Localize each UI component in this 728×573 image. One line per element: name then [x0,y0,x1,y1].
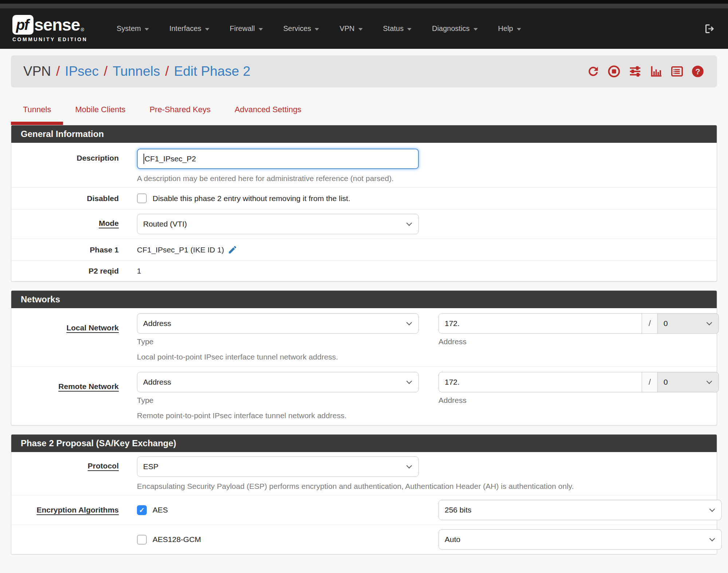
breadcrumb-separator: / [165,64,169,79]
help-icon[interactable]: ? [691,64,705,78]
nav-menu: System Interfaces Firewall Services VPN … [106,24,531,33]
nav-item-services[interactable]: Services [273,24,330,33]
top-navbar: pf sense ® COMMUNITY EDITION System Inte… [0,8,728,49]
aes128gcm-bits-select[interactable]: Auto [438,529,722,550]
p2reqid-label: P2 reqid [11,267,137,275]
nav-item-diagnostics[interactable]: Diagnostics [422,24,488,33]
networks-header: Networks [11,291,717,308]
logout-button[interactable] [704,23,716,35]
nav-item-help[interactable]: Help [488,24,531,33]
chevron-down-icon [315,28,319,31]
breadcrumb-actions: ? [586,64,705,78]
encryption-aes128gcm-row: AES128-GCM Auto [11,525,717,554]
svg-text:?: ? [695,67,700,76]
remote-network-help: Remote point-to-point IPsec interface tu… [137,411,719,420]
protocol-row: Protocol ESP Encapsulating Security Payl… [11,452,717,495]
disabled-checkbox[interactable] [137,193,147,203]
breadcrumb-edit-phase2-link[interactable]: Edit Phase 2 [174,64,251,79]
breadcrumb: VPN / IPsec / Tunnels / Edit Phase 2 [11,55,717,87]
remote-network-label: Remote Network [11,372,137,420]
p2reqid-value: 1 [137,267,141,275]
description-row: Description CF1_IPsec_P2 A description m… [11,143,717,188]
mode-row: Mode Routed (VTI) [11,209,717,239]
page-tabs: Tunnels Mobile Clients Pre-Shared Keys A… [11,105,717,125]
local-network-address-input[interactable]: 172. [438,313,642,334]
slash-separator: / [642,313,658,334]
edit-phase1-button[interactable] [228,245,237,255]
chevron-down-icon [707,378,712,384]
encryption-aes-row: Encryption Algorithms AES 256 bits [11,495,717,525]
protocol-help: Encapsulating Security Payload (ESP) per… [137,482,706,491]
aes-checkbox[interactable] [137,505,147,515]
nav-item-firewall[interactable]: Firewall [220,24,273,33]
window-title-strip [0,4,728,8]
breadcrumb-separator: / [104,64,107,79]
local-network-type-select[interactable]: Address [137,313,419,334]
remote-address-caption: Address [438,396,719,405]
text-caret [143,154,144,164]
phase1-row: Phase 1 CF1_IPsec_P1 (IKE ID 1) [11,239,717,261]
registered-mark: ® [80,27,84,32]
slash-separator: / [642,372,658,392]
tab-tunnels[interactable]: Tunnels [11,105,63,125]
pfsense-logo[interactable]: pf sense ® COMMUNITY EDITION [12,15,87,42]
mode-select[interactable]: Routed (VTI) [137,214,419,234]
chevron-down-icon [406,319,412,325]
general-information-header: General Information [11,125,717,143]
pf-logo-box: pf [12,15,34,35]
local-address-caption: Address [438,337,719,346]
chevron-down-icon [709,506,715,512]
community-edition-label: COMMUNITY EDITION [12,36,87,42]
disabled-row: Disabled Disable this phase 2 entry with… [11,188,717,209]
nav-item-interfaces[interactable]: Interfaces [159,24,220,33]
phase1-label: Phase 1 [11,246,137,254]
nav-item-status[interactable]: Status [373,24,422,33]
chevron-down-icon [709,535,715,541]
chevron-down-icon [406,463,412,468]
nav-item-vpn[interactable]: VPN [329,24,373,33]
protocol-select[interactable]: ESP [137,456,419,477]
remote-network-address-input[interactable]: 172. [438,372,642,392]
refresh-icon[interactable] [586,64,600,78]
remote-network-row: Remote Network Address Type 172. / [11,367,717,425]
sliders-icon[interactable] [628,64,642,78]
pf-logo-text: pf [16,17,30,33]
chevron-down-icon [145,28,149,31]
remote-network-type-select[interactable]: Address [137,372,419,392]
chevron-down-icon [259,28,263,31]
remote-network-prefix-select[interactable]: 0 [658,372,719,392]
tab-pre-shared-keys[interactable]: Pre-Shared Keys [138,105,223,125]
chevron-down-icon [707,319,712,325]
p2reqid-row: P2 reqid 1 [11,261,717,281]
description-label: Description [11,149,137,183]
local-network-help: Local point-to-point IPsec interface tun… [137,353,719,361]
local-network-row: Local Network Address Type 172. / [11,308,717,367]
general-information-panel: General Information Description CF1_IPse… [11,125,717,282]
aes-bits-select[interactable]: 256 bits [438,500,722,520]
encryption-algorithms-label: Encryption Algorithms [11,506,137,514]
description-help: A description may be entered here for ad… [137,174,706,183]
local-network-prefix-select[interactable]: 0 [658,313,719,334]
networks-panel: Networks Local Network Address Type 172. [11,290,717,425]
tab-advanced-settings[interactable]: Advanced Settings [223,105,313,125]
local-type-caption: Type [137,337,419,346]
breadcrumb-tunnels-link[interactable]: Tunnels [113,64,160,79]
list-icon[interactable] [670,64,684,78]
description-input[interactable]: CF1_IPsec_P2 [137,149,419,169]
chevron-down-icon [358,28,363,31]
aes128gcm-checkbox-label: AES128-GCM [153,535,201,544]
chevron-down-icon [406,378,412,384]
aes128gcm-checkbox[interactable] [137,535,147,545]
bar-chart-icon[interactable] [649,64,663,78]
local-network-label: Local Network [11,313,137,361]
disabled-label: Disabled [11,194,137,203]
aes-checkbox-label: AES [153,506,168,514]
nav-item-system[interactable]: System [106,24,159,33]
disabled-checkbox-label: Disable this phase 2 entry without remov… [153,194,350,203]
phase2-proposal-header: Phase 2 Proposal (SA/Key Exchange) [11,435,717,452]
stop-circle-icon[interactable] [607,64,621,78]
chevron-down-icon [406,220,412,226]
breadcrumb-ipsec-link[interactable]: IPsec [65,64,99,79]
breadcrumb-separator: / [56,64,60,79]
tab-mobile-clients[interactable]: Mobile Clients [63,105,137,125]
